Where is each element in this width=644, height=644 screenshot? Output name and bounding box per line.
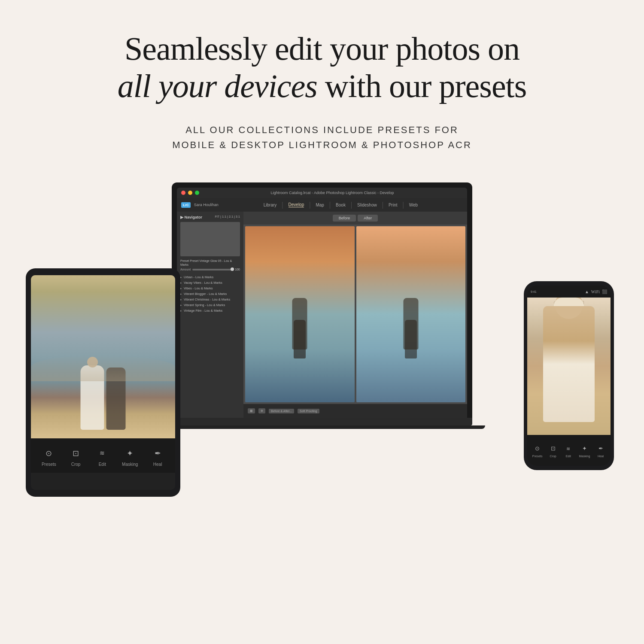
tablet-toolbar: ⊙ Presets ⊡ Crop ≋ Edit ✦ Masking [31,438,175,473]
phone-masking-icon: ✦ [580,444,589,453]
nav-slideshow[interactable]: Slideshow [357,203,377,207]
minimize-dot [188,191,192,195]
headline-line1: Seamlessly edit your photos on [0,30,644,67]
lr-navigator-title: ▶ Navigator FIT | 1:1 | 2:1 | 3:1 [180,215,240,219]
headline-section: Seamlessly edit your photos on all your … [0,0,644,161]
nav-develop[interactable]: Develop [289,202,304,207]
lr-photo-before [245,226,355,402]
masking-label: Masking [122,462,138,467]
tablet-frame: ◀ ⊙ ✱ ⊞ ☁ ⋯ [26,268,180,497]
subheadline-line2: MOBILE & DESKTOP LIGHTROOM & PHOTOSHOP A… [0,137,644,152]
preset-item[interactable]: Vibrant Spring - Lou & Marks [180,302,240,308]
preset-item[interactable]: Vibes - Lou & Marks [180,286,240,291]
edit-icon: ≋ [95,447,109,460]
hat-brim [554,298,584,306]
phone-photo: ⊙ ✱ ☁ ⊞ [527,298,611,435]
headline-normal-text: with our presets [317,68,526,104]
grid-view-btn[interactable]: ▦ [248,408,255,413]
phone-tool-edit[interactable]: ≋ Edit [564,444,573,458]
phone-device: 9:41 ▲ WiFi ⬛ ⊙ ✱ ☁ ⊞ [524,281,614,470]
lr-nav: Library | Develop | Map | Book | Slidesh… [219,201,463,209]
mountain-hint [31,355,175,381]
laptop-titlebar: Lightroom Catalog.lrcat - Adobe Photosho… [177,188,467,198]
phone-tool-masking[interactable]: ✦ Masking [579,444,590,458]
lr-sidebar: ▶ Navigator FIT | 1:1 | 2:1 | 3:1 Preset… [177,212,243,418]
nav-map[interactable]: Map [316,203,324,207]
phone-edit-icon: ≋ [564,444,573,453]
tablet-tool-presets[interactable]: ⊙ Presets [42,447,56,467]
phone-frame: 9:41 ▲ WiFi ⬛ ⊙ ✱ ☁ ⊞ [524,281,614,470]
lr-topbar: LrC Sara Houlihan Library | Develop | Ma… [177,198,467,212]
lr-bottom-bar: ▦ ⊕ Before & After... Soft Proofing [243,404,467,418]
soft-proofing-btn[interactable]: Soft Proofing [298,409,319,413]
phone-crop-label: Crop [550,455,556,458]
subheadline-line1: ALL OUR COLLECTIONS INCLUDE PRESETS FOR [0,122,644,137]
heal-icon: ✒ [151,447,164,460]
after-button[interactable]: After [358,215,378,222]
preset-item[interactable]: Vibrant Christmas - Lou & Marks [180,297,240,302]
nav-book[interactable]: Book [336,203,346,207]
nav-web[interactable]: Web [409,203,418,207]
lr-photos-area [243,225,467,404]
lr-preset-list: Urban - Lou & Marks Vacay Vibes - Lou & … [180,274,240,313]
tablet-tool-heal[interactable]: ✒ Heal [151,447,164,467]
phone-tool-crop[interactable]: ⊡ Crop [548,444,558,458]
heal-label: Heal [153,462,162,467]
close-dot [181,191,185,195]
lr-main-panel: Before After [243,212,467,418]
headline-text-line1: Seamlessly edit your photos on [125,30,519,67]
phone-tool-heal[interactable]: ✒ Heal [596,444,605,458]
laptop-screen-outer: Lightroom Catalog.lrcat - Adobe Photosho… [172,182,472,418]
lr-preset-name: Preset Preset Vintage Glow 05 - Lou & Ma… [180,259,240,267]
phone-heal-label: Heal [598,455,604,458]
masking-icon: ✦ [123,447,137,460]
phone-presets-label: Presets [532,455,543,458]
before-after-btn[interactable]: Before & After... [269,409,294,413]
lr-content: ▶ Navigator FIT | 1:1 | 2:1 | 3:1 Preset… [177,212,467,418]
tablet-photo: ◀ ⊙ ✱ ⊞ ☁ ⋯ [31,275,175,438]
devices-section: Lightroom Catalog.lrcat - Adobe Photosho… [0,182,644,590]
before-button[interactable]: Before [333,215,356,222]
presets-label: Presets [42,462,56,467]
phone-topbar: 9:41 ▲ WiFi ⬛ [527,286,611,298]
laptop-device: Lightroom Catalog.lrcat - Adobe Photosho… [172,182,472,429]
maximize-dot [195,191,199,195]
preset-item[interactable]: Vibrant Blogger - Lou & Marks [180,291,240,297]
lr-photo-after [356,226,466,402]
phone-person-figure [543,306,595,422]
lr-user: Sara Houlihan [194,203,219,207]
tablet-screen: ◀ ⊙ ✱ ⊞ ☁ ⋯ [31,275,175,490]
preset-item[interactable]: Vintage Film - Lou & Marks [180,308,240,313]
preset-item[interactable]: Urban - Lou & Marks [180,274,240,280]
lr-before-after-bar: Before After [243,212,467,225]
crop-label: Crop [71,462,81,467]
nav-print[interactable]: Print [389,203,398,207]
tablet-tool-crop[interactable]: ⊡ Crop [69,447,83,467]
lr-amount-row: Amount 100 [180,268,240,271]
phone-toolbar: ⊙ Presets ⊡ Crop ≋ Edit ✦ Masking [527,435,611,466]
phone-heal-icon: ✒ [596,444,605,453]
loupe-btn[interactable]: ⊕ [258,408,265,413]
tablet-device: ◀ ⊙ ✱ ⊞ ☁ ⋯ [26,268,180,497]
laptop-base [172,418,472,425]
crop-icon: ⊡ [69,447,83,460]
edit-label: Edit [99,462,106,467]
phone-screen: 9:41 ▲ WiFi ⬛ ⊙ ✱ ☁ ⊞ [527,286,611,466]
phone-edit-label: Edit [566,455,571,458]
subheadline: ALL OUR COLLECTIONS INCLUDE PRESETS FOR … [0,122,644,152]
phone-tool-presets[interactable]: ⊙ Presets [532,444,543,458]
phone-presets-icon: ⊙ [533,444,542,453]
laptop-foot [159,425,485,429]
headline-italic-text: all your devices [118,68,317,104]
presets-icon: ⊙ [42,447,56,460]
lr-logo: LrC [181,202,191,208]
titlebar-text: Lightroom Catalog.lrcat - Adobe Photosho… [202,191,463,195]
preset-item[interactable]: Vacay Vibes - Lou & Marks [180,280,240,286]
tablet-tool-masking[interactable]: ✦ Masking [122,447,138,467]
nav-library[interactable]: Library [264,203,277,207]
headline-line2: all your devices with our presets [0,67,644,105]
tablet-tool-edit[interactable]: ≋ Edit [95,447,109,467]
phone-masking-label: Masking [579,455,590,458]
lr-navigator-preview [180,222,240,256]
phone-crop-icon: ⊡ [548,444,558,453]
